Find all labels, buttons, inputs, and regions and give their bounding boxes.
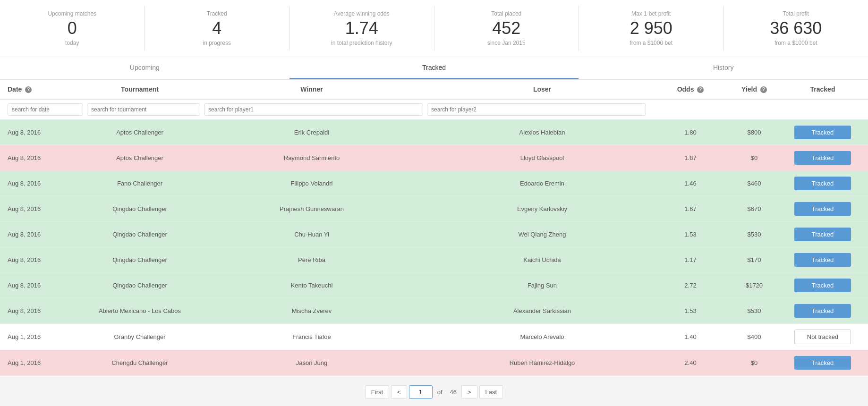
stat-avg-odds-sub: in total prediction history: [299, 40, 425, 46]
pagination-of: of: [434, 389, 445, 396]
stat-total-profit-value: 36 630: [733, 19, 859, 38]
stat-tracked-label: Tracked: [154, 10, 280, 17]
filter-date[interactable]: [8, 103, 83, 116]
tab-history[interactable]: History: [579, 57, 868, 79]
cell-odds: 2.72: [657, 282, 723, 289]
col-odds: Odds ?: [657, 85, 723, 93]
pagination-last[interactable]: Last: [479, 385, 503, 399]
col-yield: Yield ?: [723, 85, 785, 93]
cell-winner: Raymond Sarmiento: [196, 154, 427, 161]
table-header: Date ? Tournament Winner Loser Odds ? Yi…: [0, 80, 868, 100]
cell-odds: 1.80: [657, 129, 723, 136]
col-tracked: Tracked: [785, 85, 860, 93]
filter-row: [0, 100, 868, 120]
cell-tracked: Tracked: [785, 356, 860, 370]
cell-odds: 1.53: [657, 231, 723, 238]
cell-winner: Erik Crepaldi: [196, 129, 427, 136]
cell-loser: Fajing Sun: [427, 282, 657, 289]
stat-total-profit-label: Total profit: [733, 10, 859, 17]
not-tracked-button[interactable]: Not tracked: [794, 330, 851, 344]
stat-total-placed-sub: since Jan 2015: [444, 40, 570, 46]
pagination-next[interactable]: >: [461, 385, 477, 399]
cell-loser: Wei Qiang Zheng: [427, 231, 657, 238]
tracked-button[interactable]: Tracked: [794, 126, 851, 139]
cell-loser: Lloyd Glasspool: [427, 154, 657, 161]
cell-yield: $400: [723, 333, 785, 340]
tracked-button[interactable]: Tracked: [794, 279, 851, 292]
tab-tracked[interactable]: Tracked: [289, 57, 579, 79]
cell-tracked: Tracked: [785, 279, 860, 292]
cell-date: Aug 1, 2016: [8, 333, 83, 340]
stat-upcoming-label: Upcoming matches: [9, 10, 135, 17]
tracked-button[interactable]: Tracked: [794, 151, 851, 165]
cell-tournament: Chengdu Challenger: [83, 359, 196, 366]
cell-yield: $670: [723, 205, 785, 212]
cell-tournament: Qingdao Challenger: [83, 256, 196, 263]
cell-tracked: Tracked: [785, 228, 860, 241]
cell-yield: $0: [723, 359, 785, 366]
tracked-button[interactable]: Tracked: [794, 356, 851, 370]
cell-tournament: Aptos Challenger: [83, 154, 196, 161]
tab-upcoming[interactable]: Upcoming: [0, 57, 289, 79]
col-tournament: Tournament: [83, 85, 196, 93]
cell-tracked: Not tracked: [785, 330, 860, 344]
cell-date: Aug 8, 2016: [8, 307, 83, 314]
pagination-page-input[interactable]: [409, 385, 433, 399]
cell-tracked: Tracked: [785, 304, 860, 318]
cell-tracked: Tracked: [785, 202, 860, 216]
cell-tracked: Tracked: [785, 253, 860, 267]
stat-max-profit: Max 1-bet profit 2 950 from a $1000 bet: [579, 6, 724, 51]
table-row: Aug 8, 2016 Qingdao Challenger Kento Tak…: [0, 273, 868, 298]
cell-winner: Mischa Zverev: [196, 307, 427, 314]
stat-tracked-sub: in progress: [154, 40, 280, 46]
table-row: Aug 1, 2016 Granby Challenger Francis Ti…: [0, 324, 868, 350]
filter-tournament[interactable]: [87, 103, 200, 116]
stat-avg-odds: Average winning odds 1.74 in total predi…: [289, 6, 434, 51]
table-row: Aug 8, 2016 Aptos Challenger Erik Crepal…: [0, 120, 868, 145]
pagination: First < of 46 > Last: [0, 376, 868, 406]
cell-tournament: Fano Challenger: [83, 180, 196, 187]
pagination-total: 46: [447, 389, 460, 396]
pagination-first[interactable]: First: [365, 385, 389, 399]
stat-total-placed-label: Total placed: [444, 10, 570, 17]
cell-winner: Prajnesh Gunneswaran: [196, 205, 427, 212]
stat-total-placed-value: 452: [444, 19, 570, 38]
stat-tracked-value: 4: [154, 19, 280, 38]
cell-loser: Ruben Ramirez-Hidalgo: [427, 359, 657, 366]
tracked-button[interactable]: Tracked: [794, 202, 851, 216]
cell-date: Aug 8, 2016: [8, 282, 83, 289]
stat-total-profit: Total profit 36 630 from a $1000 bet: [724, 6, 868, 51]
cell-yield: $530: [723, 307, 785, 314]
col-loser: Loser: [427, 85, 657, 93]
cell-loser: Edoardo Eremin: [427, 180, 657, 187]
stat-avg-odds-value: 1.74: [299, 19, 425, 38]
tracked-button[interactable]: Tracked: [794, 304, 851, 318]
table-rows: Aug 8, 2016 Aptos Challenger Erik Crepal…: [0, 120, 868, 376]
stat-total-placed: Total placed 452 since Jan 2015: [434, 6, 579, 51]
stat-avg-odds-label: Average winning odds: [299, 10, 425, 17]
tracked-button[interactable]: Tracked: [794, 177, 851, 190]
table-row: Aug 8, 2016 Aptos Challenger Raymond Sar…: [0, 145, 868, 171]
stat-upcoming-matches: Upcoming matches 0 today: [0, 6, 145, 51]
tabs: Upcoming Tracked History: [0, 57, 868, 80]
cell-loser: Kaichi Uchida: [427, 256, 657, 263]
cell-winner: Chu-Huan Yi: [196, 231, 427, 238]
tracked-button[interactable]: Tracked: [794, 228, 851, 241]
tracked-button[interactable]: Tracked: [794, 253, 851, 267]
cell-tracked: Tracked: [785, 177, 860, 190]
table-container: Date ? Tournament Winner Loser Odds ? Yi…: [0, 80, 868, 376]
cell-odds: 1.46: [657, 180, 723, 187]
cell-yield: $0: [723, 154, 785, 161]
cell-date: Aug 8, 2016: [8, 154, 83, 161]
stats-bar: Upcoming matches 0 today Tracked 4 in pr…: [0, 0, 868, 57]
stat-max-profit-sub: from a $1000 bet: [588, 40, 714, 46]
filter-player2[interactable]: [427, 103, 646, 116]
cell-loser: Alexander Sarkissian: [427, 307, 657, 314]
filter-player1[interactable]: [204, 103, 423, 116]
stat-tracked: Tracked 4 in progress: [145, 6, 290, 51]
cell-tournament: Abierto Mexicano - Los Cabos: [83, 307, 196, 314]
pagination-prev[interactable]: <: [391, 385, 407, 399]
cell-date: Aug 8, 2016: [8, 231, 83, 238]
cell-date: Aug 1, 2016: [8, 359, 83, 366]
table-row: Aug 8, 2016 Qingdao Challenger Chu-Huan …: [0, 222, 868, 247]
